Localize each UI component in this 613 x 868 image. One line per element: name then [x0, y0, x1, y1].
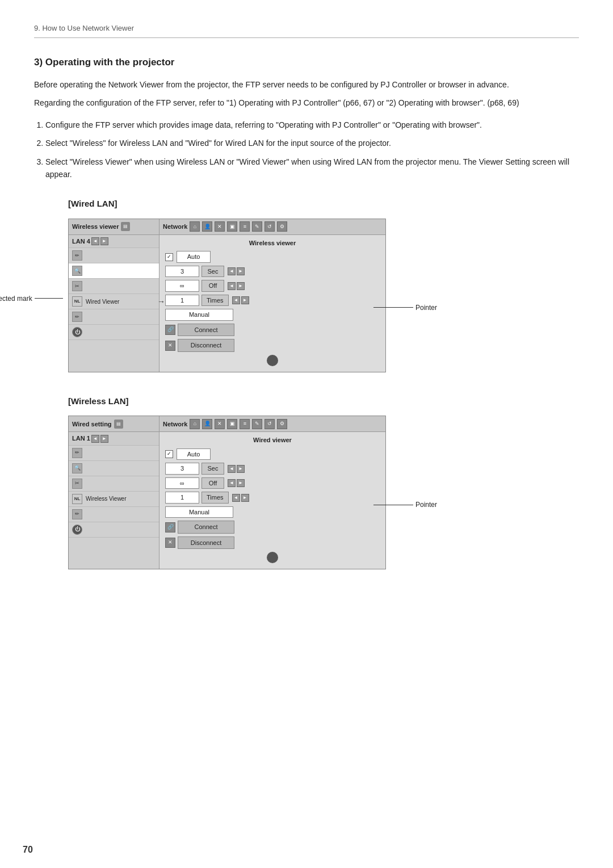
wireless-sidebar-title: Wired setting [72, 420, 112, 429]
wired-sec-right[interactable]: ► [237, 267, 245, 275]
sidebar-item-4-nl[interactable]: NL Wired Viewer [69, 294, 159, 309]
wired-sec-left[interactable]: ◄ [228, 267, 236, 275]
wireless-sidebar-item-2[interactable]: 🔍 [69, 461, 159, 476]
wireless-sidebar-item-6-power[interactable]: ⏻ [69, 522, 159, 538]
steps-list: Configure the FTP server which provides … [45, 119, 579, 181]
wired-manual-row: Manual [165, 309, 380, 321]
wireless-sidebar-topbar: Wired setting ▤ [69, 416, 159, 432]
wired-lan-section: [Wired LAN] Wireless viewer ▤ LAN 4 ◄ ► … [68, 198, 579, 372]
connect-icon: 🔗 [165, 325, 175, 335]
wired-off-left[interactable]: ◄ [228, 282, 236, 290]
step-1: Configure the FTP server which provides … [45, 119, 579, 131]
wireless-sidebar-power-icon: ⏻ [72, 525, 82, 535]
wired-lan-ui: Wireless viewer ▤ LAN 4 ◄ ► ✏ 🔍 [68, 219, 386, 372]
wireless-bottom-icon [267, 552, 278, 563]
wired-sec-unit: Sec [201, 266, 224, 278]
wired-auto-row: ✓ Auto [165, 251, 380, 263]
sidebar-power-icon: ⏻ [72, 327, 82, 337]
wireless-times-left[interactable]: ◄ [232, 494, 240, 502]
wireless-times-right[interactable]: ► [241, 494, 249, 502]
wireless-off-left[interactable]: ◄ [228, 479, 236, 487]
wireless-main-icon-edit[interactable]: ✎ [252, 419, 262, 429]
wired-times-left[interactable]: ◄ [232, 296, 240, 304]
wireless-main-icon-bars[interactable]: ≡ [240, 419, 250, 429]
wired-disconnect-btn[interactable]: ✕ Disconnect [165, 339, 380, 352]
wired-sidebar-topbar: Wireless viewer ▤ [69, 219, 159, 235]
wireless-manual-row: Manual [165, 506, 380, 518]
intro-text-1: Before operating the Network Viewer from… [34, 78, 579, 91]
main-icon-monitor[interactable]: ▣ [227, 221, 237, 232]
page-number: 70 [23, 843, 33, 857]
wired-off-arrows[interactable]: ◄ ► [226, 282, 245, 290]
main-icon-home[interactable]: ⌂ [190, 221, 200, 232]
sidebar-icon-2: 🔍 [72, 266, 82, 276]
wireless-sidebar-item-4-nl[interactable]: NL Wireless Viewer [69, 492, 159, 507]
main-icon-refresh[interactable]: ↺ [264, 221, 275, 232]
wireless-connect-label: Connect [178, 521, 234, 534]
wireless-off-arrows[interactable]: ◄ ► [226, 479, 245, 487]
wired-sec-arrows[interactable]: ◄ ► [226, 267, 245, 275]
sidebar-topbar-icon: ▤ [121, 222, 130, 231]
disconnect-icon: ✕ [165, 341, 175, 351]
wired-sidebar: Wireless viewer ▤ LAN 4 ◄ ► ✏ 🔍 [69, 219, 159, 372]
wired-sec-num: 3 [165, 266, 199, 278]
wireless-lan-right-arrow[interactable]: ► [100, 435, 108, 443]
wireless-main-icon-refresh[interactable]: ↺ [264, 419, 275, 429]
wireless-auto-check[interactable]: ✓ [165, 450, 173, 458]
wired-pointer-annotation: Pointer [373, 303, 437, 313]
wireless-disconnect-icon: ✕ [165, 538, 175, 548]
wireless-sidebar-item-5[interactable]: ✏ [69, 507, 159, 522]
wireless-sidebar-item-3[interactable]: ✂ [69, 476, 159, 492]
wired-auto-check[interactable]: ✓ [165, 253, 173, 261]
wireless-main-icon-person[interactable]: 👤 [202, 419, 212, 429]
main-icon-x[interactable]: ✕ [215, 221, 225, 232]
wireless-sec-unit: Sec [201, 463, 224, 475]
wireless-sec-left[interactable]: ◄ [228, 465, 236, 473]
wired-connect-btn[interactable]: 🔗 Connect [165, 324, 380, 337]
wired-viewer-label: Wired Viewer [86, 297, 119, 306]
selected-mark-annotation: Selected mark [0, 293, 65, 304]
sidebar-item-5[interactable]: ✏ [69, 309, 159, 325]
wireless-connect-btn[interactable]: 🔗 Connect [165, 521, 380, 534]
sidebar-item-6-power[interactable]: ⏻ [69, 325, 159, 340]
wireless-times-arrows[interactable]: ◄ ► [231, 494, 249, 502]
wireless-disconnect-btn[interactable]: ✕ Disconnect [165, 536, 380, 550]
main-icon-person[interactable]: 👤 [202, 221, 212, 232]
wired-lan-left-arrow[interactable]: ◄ [91, 237, 99, 245]
wireless-sec-arrows[interactable]: ◄ ► [226, 465, 245, 473]
wired-disconnect-label: Disconnect [178, 339, 234, 352]
wireless-sidebar-topbar-icon: ▤ [114, 420, 123, 429]
wired-off-right[interactable]: ► [237, 282, 245, 290]
wired-viewer-screen-title: Wireless viewer [165, 238, 380, 248]
wired-times-arrows[interactable]: ◄ ► [231, 296, 249, 304]
wireless-main-icon-home[interactable]: ⌂ [190, 419, 200, 429]
wired-times-num: 1 [165, 295, 199, 307]
wired-main-title: Network [163, 222, 187, 232]
sidebar-item-1[interactable]: ✏ [69, 248, 159, 263]
wireless-lan-section: [Wireless LAN] Wired setting ▤ LAN 1 ◄ ►… [68, 395, 579, 570]
wired-manual-label: Manual [165, 309, 233, 321]
wireless-sec-right[interactable]: ► [237, 465, 245, 473]
wired-times-right[interactable]: ► [241, 296, 249, 304]
wireless-off-unit: Off [201, 477, 224, 489]
wireless-off-right[interactable]: ► [237, 479, 245, 487]
wireless-main-icon-settings[interactable]: ⚙ [277, 419, 287, 429]
sidebar-icon-5: ✏ [72, 312, 82, 322]
wireless-auto-label: Auto [177, 448, 211, 460]
wireless-sidebar-icon-2: 🔍 [72, 463, 82, 473]
main-icon-settings[interactable]: ⚙ [277, 221, 287, 232]
sidebar-item-3[interactable]: ✂ [69, 279, 159, 294]
main-icon-bars[interactable]: ≡ [240, 221, 250, 232]
wireless-sidebar-item-1[interactable]: ✏ [69, 446, 159, 461]
main-icon-edit[interactable]: ✎ [252, 221, 262, 232]
wireless-main-icon-monitor[interactable]: ▣ [227, 419, 237, 429]
wired-lan-right-arrow[interactable]: ► [100, 237, 108, 245]
wired-lan-label: [Wired LAN] [68, 198, 579, 211]
sidebar-item-2-selected[interactable]: 🔍 [69, 263, 159, 279]
wireless-sidebar-icon-1: ✏ [72, 448, 82, 458]
wireless-lan-left-arrow[interactable]: ◄ [91, 435, 99, 443]
wireless-main-title: Network [163, 420, 187, 429]
wired-auto-label: Auto [177, 251, 211, 263]
wireless-lan-label: [Wireless LAN] [68, 395, 579, 408]
wireless-main-icon-x[interactable]: ✕ [215, 419, 225, 429]
